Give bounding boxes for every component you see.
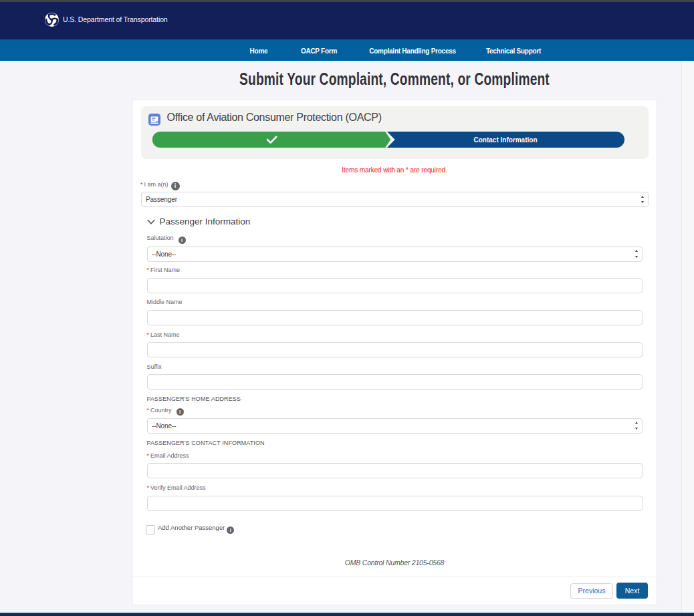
- svg-text:Contact Information: Contact Information: [473, 136, 537, 144]
